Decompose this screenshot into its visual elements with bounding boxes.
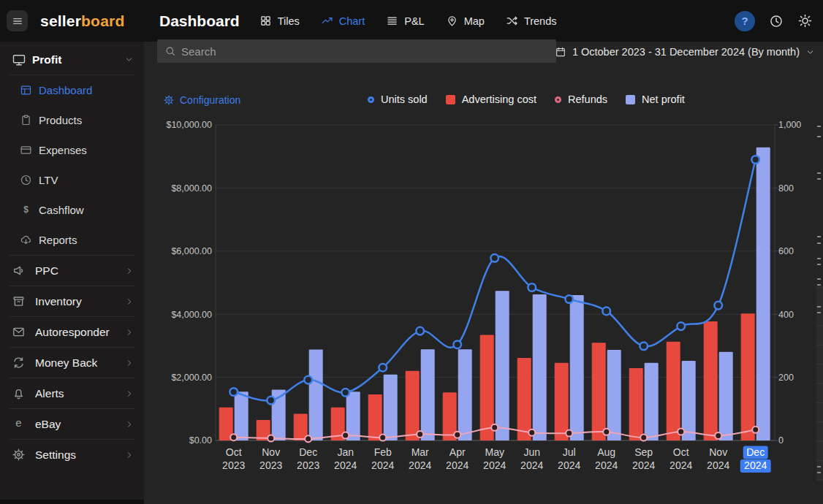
sidebar-item-label: LTV — [39, 174, 58, 186]
sidebar-item-cashflow[interactable]: $Cashflow — [0, 195, 144, 225]
chevron-right-icon — [125, 451, 134, 459]
map-pin-icon — [446, 15, 458, 27]
tab-chart[interactable]: Chart — [321, 0, 365, 42]
gear-icon — [163, 94, 175, 106]
bar-advertising-cost — [480, 335, 494, 440]
sidebar-item-money-back[interactable]: Money Back — [0, 348, 144, 378]
menu-icon — [11, 15, 24, 28]
sidebar-item-dashboard[interactable]: Dashboard — [0, 75, 144, 105]
sidebar-section-label: Profit — [32, 53, 61, 66]
x-label: 2024 — [371, 459, 394, 471]
bar-advertising-cost — [517, 358, 531, 440]
x-label: Jul — [563, 446, 576, 458]
configuration-link[interactable]: Configuration — [163, 94, 240, 106]
bar-net-profit — [496, 291, 509, 440]
credit-card-icon — [20, 144, 32, 156]
refresh-icon — [12, 356, 26, 370]
sidebar-item-expenses[interactable]: Expenses — [0, 135, 144, 165]
refunds-point — [417, 431, 423, 438]
series-net-profit-bars[interactable] — [235, 148, 770, 440]
tab-trends[interactable]: Trends — [506, 0, 557, 42]
sidebar-item-label: Cashflow — [39, 204, 84, 216]
tab-label: Chart — [339, 15, 365, 27]
date-range-label: 1 October 2023 - 31 December 2024 (By mo… — [572, 46, 800, 58]
sidebar-item-settings[interactable]: Settings — [0, 440, 144, 470]
megaphone-icon — [12, 264, 26, 278]
sidebar-item-ebay[interactable]: eeBay — [0, 409, 144, 439]
sidebar-nav: ProfitDashboardProductsExpensesLTV$Cashf… — [0, 42, 144, 470]
x-label: 2024 — [446, 459, 469, 471]
chevron-right-icon — [125, 297, 134, 306]
bar-net-profit — [570, 295, 584, 440]
help-button[interactable]: ? — [735, 11, 755, 31]
units-sold-point — [341, 389, 349, 397]
svg-text:$8,000.00: $8,000.00 — [171, 183, 212, 194]
topbar-actions: ? — [735, 11, 823, 31]
hamburger-menu-button[interactable] — [7, 10, 28, 31]
gear-icon — [12, 448, 26, 462]
shuffle-icon — [506, 15, 518, 27]
search-box[interactable] — [157, 39, 556, 63]
sidebar-item-alerts[interactable]: Alerts — [0, 378, 144, 408]
units-sold-point — [714, 302, 722, 310]
date-range-picker[interactable]: 1 October 2023 - 31 December 2024 (By mo… — [555, 42, 815, 61]
svg-text:400: 400 — [778, 310, 794, 320]
svg-text:600: 600 — [778, 246, 794, 256]
right-axis-labels: 02004006008001,000 — [778, 120, 801, 446]
bar-net-profit — [235, 392, 249, 440]
combo-chart[interactable]: $0.00$2,000.00$4,000.00$6,000.00$8,000.0… — [144, 117, 823, 504]
sidebar-item-reports[interactable]: Reports — [0, 225, 144, 255]
brand-logo[interactable]: sellerboard — [40, 12, 124, 30]
units-sold-point — [304, 376, 312, 384]
x-label: Dec — [299, 446, 317, 458]
refunds-point — [379, 435, 386, 441]
bar-net-profit — [756, 148, 770, 440]
topbar: Dashboard TilesChartP&LMapTrends ? — [144, 0, 823, 42]
x-axis-labels[interactable]: Oct2023Nov2023Dec2023Jan2024Feb2024Mar20… — [222, 446, 771, 473]
tab-map[interactable]: Map — [446, 0, 485, 42]
bar-net-profit — [421, 349, 435, 440]
sidebar-item-ppc[interactable]: PPC — [0, 256, 144, 286]
legend-item-units-sold[interactable]: Units sold — [368, 93, 428, 105]
sidebar-item-label: Reports — [39, 234, 77, 246]
x-label: Mar — [412, 446, 429, 458]
refunds-point — [715, 432, 721, 439]
sidebar-item-label: Products — [39, 114, 82, 126]
legend-square-marker — [626, 95, 635, 104]
bar-net-profit — [645, 363, 659, 440]
search-input[interactable] — [181, 45, 549, 58]
legend-item-advertising-cost[interactable]: Advertising cost — [446, 93, 536, 105]
left-axis-labels: $0.00$2,000.00$4,000.00$6,000.00$8,000.0… — [166, 120, 212, 446]
x-label: Nov — [709, 446, 727, 458]
brand-logo-part1: seller — [40, 12, 81, 29]
history-clock-icon[interactable] — [769, 14, 784, 28]
sidebar-item-products[interactable]: Products — [0, 105, 144, 135]
bell-icon — [12, 386, 26, 400]
chevron-right-icon — [125, 389, 134, 398]
clipped-content-fragments — [816, 126, 823, 480]
legend-item-refunds[interactable]: Refunds — [555, 93, 607, 105]
legend-label: Advertising cost — [462, 93, 536, 105]
x-label: May — [485, 446, 504, 458]
units-sold-point — [602, 308, 610, 316]
tab-pl[interactable]: P&L — [386, 0, 424, 42]
x-label: Jan — [337, 446, 354, 458]
trend-line-icon — [321, 15, 333, 27]
sidebar-section-profit[interactable]: Profit — [0, 45, 144, 75]
sidebar-item-label: Settings — [35, 448, 76, 462]
refunds-point — [230, 434, 237, 440]
bar-advertising-cost — [704, 321, 718, 440]
tab-tiles[interactable]: Tiles — [259, 0, 300, 42]
bar-advertising-cost — [555, 363, 569, 440]
legend-item-net-profit[interactable]: Net profit — [626, 93, 685, 105]
x-label: Sep — [634, 446, 653, 458]
bar-advertising-cost — [629, 368, 643, 440]
sidebar-item-inventory[interactable]: Inventory — [0, 286, 144, 316]
sidebar-item-ltv[interactable]: LTV — [0, 165, 144, 195]
x-label: 2023 — [222, 459, 245, 471]
x-label: 2024 — [670, 459, 692, 471]
tiles-icon — [259, 15, 272, 27]
sidebar-item-autoresponder[interactable]: Autoresponder — [0, 317, 144, 347]
svg-text:0: 0 — [778, 435, 784, 446]
theme-sun-icon[interactable] — [797, 13, 813, 28]
